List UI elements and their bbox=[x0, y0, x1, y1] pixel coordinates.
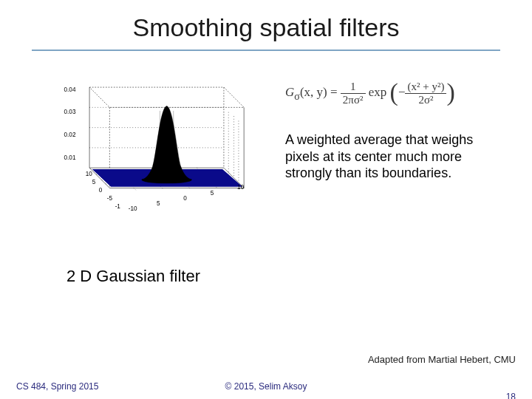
x1tick-4: -1 bbox=[115, 203, 121, 210]
frac1-num: 1 bbox=[341, 81, 366, 94]
formula-args: (x, y) bbox=[300, 85, 327, 99]
ytick-2: 0.02 bbox=[64, 132, 76, 138]
footer-left: CS 484, Spring 2015 bbox=[16, 381, 98, 392]
x2tick-0: -10 bbox=[129, 205, 137, 212]
content-area: 0.04 0.03 0.02 0.01 10 5 0 -5 -1 -10 5 0… bbox=[0, 51, 532, 250]
x2tick-4: 10 bbox=[237, 184, 245, 191]
lparen: ( bbox=[390, 78, 398, 106]
frac1-den: 2πσ² bbox=[341, 94, 366, 106]
formula-lhs: G bbox=[285, 85, 294, 99]
frac2-num: (x² + y²) bbox=[405, 81, 446, 94]
frac2-den: 2σ² bbox=[405, 94, 446, 106]
x1tick-0: 10 bbox=[86, 171, 93, 177]
right-column: Gσ(x, y) = 12πσ² exp (−(x² + y²)2σ²) A w… bbox=[285, 73, 510, 250]
figure-caption: 2 D Gaussian filter bbox=[0, 250, 532, 286]
formula-neg: − bbox=[398, 85, 406, 99]
x2tick-2: 0 bbox=[183, 195, 187, 202]
x2tick-3: 5 bbox=[211, 190, 214, 197]
footer-page-number: 18 bbox=[506, 392, 516, 399]
ytick-1: 0.03 bbox=[64, 109, 76, 115]
ytick-0: 0.04 bbox=[64, 86, 76, 93]
slide-title: Smoothing spatial filters bbox=[0, 0, 532, 50]
rparen: ) bbox=[446, 78, 454, 106]
x1tick-1: 5 bbox=[92, 179, 96, 185]
formula-eq: = bbox=[327, 85, 341, 99]
slide-footer: CS 484, Spring 2015 © 2015, Selim Aksoy … bbox=[0, 381, 532, 392]
gaussian-formula: Gσ(x, y) = 12πσ² exp (−(x² + y²)2σ²) bbox=[285, 76, 510, 132]
attribution-text: Adapted from Martial Hebert, CMU bbox=[368, 354, 516, 365]
description-text: A weighted average that weighs pixels at… bbox=[285, 132, 485, 182]
formula-sub: σ bbox=[294, 90, 300, 102]
ytick-3: 0.01 bbox=[64, 154, 76, 161]
x1tick-3: -5 bbox=[107, 195, 113, 202]
plot-svg: 0.04 0.03 0.02 0.01 10 5 0 -5 -1 -10 5 0… bbox=[53, 81, 260, 228]
x2tick-1: 5 bbox=[157, 200, 160, 207]
formula-exp: exp bbox=[366, 85, 387, 99]
gaussian-3d-plot: 0.04 0.03 0.02 0.01 10 5 0 -5 -1 -10 5 0… bbox=[22, 73, 273, 250]
x1tick-2: 0 bbox=[99, 187, 103, 194]
